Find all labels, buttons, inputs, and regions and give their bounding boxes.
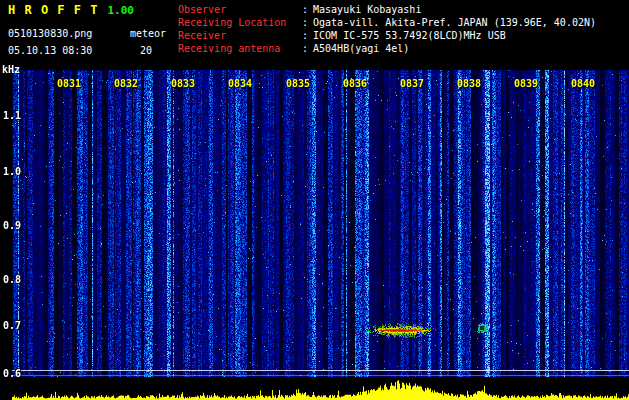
freq-label-1-1: 1.1: [3, 110, 21, 121]
spectrogram-canvas: [12, 70, 629, 377]
hrofft-screenshot: H R O F F T 1.00 0510130830.png meteor 0…: [0, 0, 629, 400]
observation-datetime: 05.10.13 08:30: [8, 45, 92, 56]
location-value: Ogata-vill. Akita-Pref. JAPAN (139.96E, …: [313, 17, 596, 28]
time-label-0835: 0835: [286, 78, 310, 89]
echo-count: 20: [140, 45, 152, 56]
location-label: Receiving Location: [178, 16, 302, 29]
antenna-label: Receiving antenna: [178, 42, 302, 55]
freq-label-0-8: 0.8: [3, 274, 21, 285]
info-row-antenna: Receiving antenna:A504HB(yagi 4el): [178, 42, 596, 55]
info-row-receiver: Receiver:ICOM IC-575 53.7492(8LCD)MHz US…: [178, 29, 596, 42]
file-row: 0510130830.png meteor: [8, 22, 166, 35]
observation-mode: meteor: [130, 28, 166, 39]
time-label-0833: 0833: [171, 78, 195, 89]
logo-row: H R O F F T 1.00: [8, 3, 166, 18]
time-label-0840: 0840: [571, 78, 595, 89]
time-row: 05.10.13 08:30 20: [8, 39, 166, 52]
info-row-location: Receiving Location:Ogata-vill. Akita-Pre…: [178, 16, 596, 29]
receiver-value: ICOM IC-575 53.7492(8LCD)MHz USB: [313, 30, 506, 41]
time-label-0834: 0834: [228, 78, 252, 89]
info-row-observer: Observer:Masayuki Kobayashi: [178, 3, 596, 16]
observer-value: Masayuki Kobayashi: [313, 4, 421, 15]
time-label-0831: 0831: [57, 78, 81, 89]
colon-separator: :: [302, 43, 308, 54]
app-version: 1.00: [107, 4, 134, 17]
header: H R O F F T 1.00 0510130830.png meteor 0…: [0, 0, 629, 62]
output-filename: 0510130830.png: [8, 28, 92, 39]
time-label-0839: 0839: [514, 78, 538, 89]
freq-label-0-9: 0.9: [3, 220, 21, 231]
colon-separator: :: [302, 30, 308, 41]
amplitude-strip-canvas: [12, 378, 629, 400]
time-label-0838: 0838: [457, 78, 481, 89]
colon-separator: :: [302, 17, 308, 28]
time-label-0836: 0836: [343, 78, 367, 89]
freq-label-0-6: 0.6: [3, 368, 21, 379]
observation-info: Observer:Masayuki Kobayashi Receiving Lo…: [178, 3, 596, 55]
freq-label-0-7: 0.7: [3, 320, 21, 331]
header-left: H R O F F T 1.00 0510130830.png meteor 0…: [8, 3, 166, 52]
colon-separator: :: [302, 4, 308, 15]
app-logo: H R O F F T: [8, 3, 98, 17]
freq-label-1-0: 1.0: [3, 166, 21, 177]
observer-label: Observer: [178, 3, 302, 16]
antenna-value: A504HB(yagi 4el): [313, 43, 409, 54]
time-label-0832: 0832: [114, 78, 138, 89]
receiver-label: Receiver: [178, 29, 302, 42]
freq-unit-label: kHz: [2, 64, 20, 75]
time-label-0837: 0837: [400, 78, 424, 89]
